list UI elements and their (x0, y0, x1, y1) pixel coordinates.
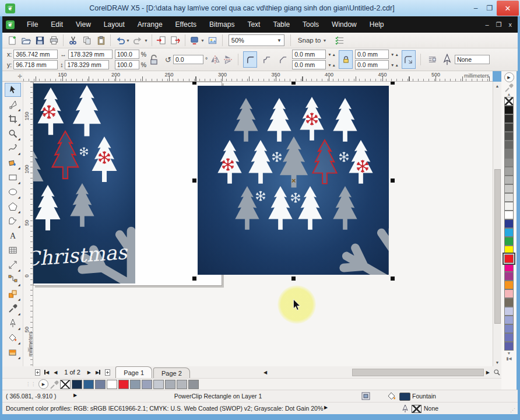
menu-item-tools[interactable]: Tools (296, 18, 325, 31)
paste-button[interactable] (94, 34, 108, 47)
scalloped-corner-button[interactable] (259, 51, 273, 68)
color-eyedropper-tool[interactable] (5, 302, 21, 316)
scale-x-field[interactable]: 100.0 (115, 50, 139, 59)
relative-corner-scaling-button[interactable] (402, 50, 416, 69)
color-swatch[interactable] (177, 380, 187, 389)
spinner-icons[interactable]: ▼▲ (328, 52, 336, 57)
menu-item-view[interactable]: View (69, 18, 97, 31)
color-swatch[interactable] (504, 307, 514, 316)
image-adjust-icon[interactable] (361, 392, 370, 400)
freehand-tool[interactable] (5, 141, 21, 155)
color-swatch[interactable] (504, 106, 514, 114)
export-button[interactable] (168, 34, 182, 47)
vertical-scrollbar[interactable]: ▲ ▼ (493, 82, 501, 366)
import-button[interactable] (154, 34, 168, 47)
chamfered-corner-button[interactable] (276, 51, 290, 68)
corner-radius-field[interactable]: 0.0 mm (355, 50, 389, 59)
color-swatch[interactable] (504, 123, 514, 132)
color-swatch[interactable] (504, 193, 514, 202)
scroll-up-arrow[interactable]: ▲ (493, 82, 501, 90)
page-tab-page-1[interactable]: Page 1 (115, 366, 152, 378)
first-page-button[interactable]: ◀ (42, 370, 51, 375)
outline-width-field[interactable]: None (455, 55, 490, 64)
lock-ratio-icon[interactable] (149, 54, 159, 65)
color-swatch[interactable] (504, 202, 514, 211)
menu-item-window[interactable]: Window (325, 18, 363, 31)
ellipse-tool[interactable] (5, 185, 21, 199)
selection-handle[interactable] (391, 276, 395, 281)
pick-tool[interactable] (5, 83, 21, 97)
basic-shapes-tool[interactable] (5, 214, 21, 228)
minimize-button[interactable]: – (469, 2, 483, 15)
open-button[interactable] (19, 34, 33, 47)
next-page-button[interactable]: ▶ (85, 370, 93, 375)
color-swatch[interactable] (504, 237, 514, 246)
color-swatch[interactable] (504, 228, 514, 237)
no-color-swatch[interactable] (60, 380, 71, 389)
spinner-icons[interactable]: ▼▲ (328, 63, 336, 67)
cut-button[interactable] (66, 34, 80, 47)
shape-tool[interactable] (5, 97, 21, 111)
color-swatch[interactable] (504, 254, 514, 263)
spinner-icons[interactable]: ▼▲ (391, 63, 399, 67)
add-page-icon[interactable] (33, 368, 42, 377)
corner-radius-field[interactable]: 0.0 mm (355, 60, 389, 69)
color-swatch[interactable] (504, 324, 514, 333)
color-swatch[interactable] (504, 184, 514, 193)
mirror-horizontal-icon[interactable] (210, 54, 220, 65)
crop-tool[interactable] (5, 112, 21, 126)
color-swatch[interactable] (504, 211, 514, 219)
smart-fill-tool[interactable] (5, 156, 21, 170)
color-swatch[interactable] (504, 298, 514, 307)
color-swatch[interactable] (142, 380, 152, 389)
last-page-button[interactable]: ▶ (93, 370, 103, 375)
navigator-zoom-icon[interactable] (492, 368, 501, 377)
menu-item-file[interactable]: File (20, 18, 44, 31)
text-tool[interactable]: A (5, 229, 21, 243)
page-tab-page-2[interactable]: Page 2 (153, 368, 190, 378)
mirror-vertical-icon[interactable] (223, 54, 233, 65)
scroll-left-arrow[interactable]: ◀ (261, 370, 269, 375)
flyout-arrow-icon[interactable]: ▶ (324, 405, 328, 410)
color-swatch[interactable] (504, 132, 514, 141)
edit-corners-together-button[interactable] (339, 50, 353, 69)
color-swatch[interactable] (504, 176, 514, 184)
palette-scroll-up-icon[interactable]: ▲ (507, 92, 511, 96)
table-tool[interactable] (5, 243, 21, 257)
color-swatch[interactable] (504, 141, 514, 149)
previous-page-button[interactable]: ◀ (51, 370, 59, 375)
selection-handle[interactable] (192, 82, 196, 85)
color-swatch[interactable] (107, 380, 117, 389)
zoom-tool[interactable] (5, 127, 21, 141)
color-swatch[interactable] (504, 149, 514, 158)
horizontal-ruler[interactable]: millimeters 150200250300350400450500 (23, 71, 493, 82)
eyedropper-icon[interactable] (504, 83, 514, 92)
redo-button[interactable] (131, 34, 145, 47)
wrap-text-button[interactable] (426, 51, 440, 68)
snap-to-dropdown[interactable]: Snap to ▼ (293, 37, 333, 44)
selection-handle[interactable] (391, 82, 395, 85)
connector-tool[interactable] (5, 272, 21, 286)
menu-item-edit[interactable]: Edit (44, 18, 69, 31)
palette-expand-icon[interactable]: ▮◀ (506, 356, 511, 361)
new-button[interactable] (5, 34, 19, 47)
resize-grip[interactable]: ⋰ (510, 407, 515, 413)
color-swatch[interactable] (504, 272, 514, 281)
color-swatch[interactable] (165, 380, 175, 389)
scale-y-field[interactable]: 100.0 (115, 60, 139, 69)
zoom-level-combo[interactable]: 50% ▼ (229, 34, 284, 46)
palette-scroll-down-icon[interactable]: ▼ (507, 351, 511, 355)
ruler-origin[interactable]: ✛ (2, 71, 23, 82)
maximize-button[interactable]: ❐ (483, 2, 497, 15)
color-swatch[interactable] (153, 380, 164, 389)
palette-flyout-button[interactable]: ▶ (38, 379, 48, 389)
blend-tool[interactable] (5, 287, 21, 301)
vertical-scroll-thumb[interactable] (494, 169, 501, 324)
menu-item-bitmaps[interactable]: Bitmaps (203, 18, 241, 31)
menu-item-help[interactable]: Help (363, 18, 391, 31)
mdi-close-button[interactable]: x (509, 21, 512, 29)
selection-handle[interactable] (192, 178, 196, 183)
eyedropper-icon[interactable] (50, 380, 59, 388)
color-swatch[interactable] (504, 246, 514, 254)
menu-item-table[interactable]: Table (266, 18, 296, 31)
